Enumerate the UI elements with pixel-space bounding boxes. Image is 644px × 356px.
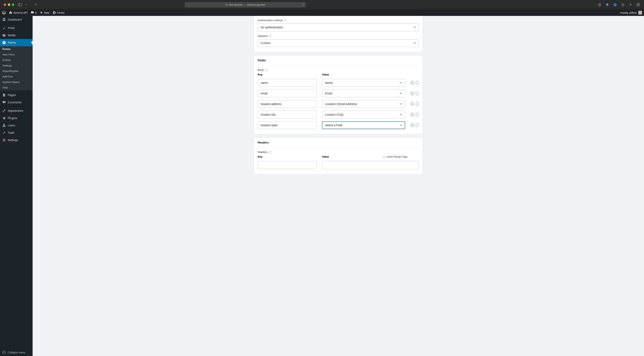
body-row: Name+− <box>258 79 419 87</box>
auth-method-select[interactable]: No authentication <box>258 24 419 31</box>
comment-count: 0 <box>35 11 37 14</box>
select-value: Custom <box>261 41 270 45</box>
url-text-host: send-to-api.test <box>247 3 265 6</box>
wp-logo-button[interactable] <box>2 9 6 16</box>
headers-body-label: Headers ? <box>258 150 419 154</box>
chevron-down-icon <box>414 42 416 44</box>
svg-rect-0 <box>18 4 22 6</box>
remove-row-button[interactable]: − <box>415 123 419 127</box>
minimize-window-button[interactable] <box>8 4 10 6</box>
value-column-header: Value <box>322 73 419 76</box>
body-key-input[interactable] <box>258 79 317 87</box>
submenu-item-new-form[interactable]: New Form <box>0 52 32 57</box>
sidebar-item-forms[interactable]: Forms <box>0 39 32 46</box>
url-bar[interactable]: Not Secure — send-to-api.test <box>185 2 306 8</box>
forms-adminbar-button[interactable]: Forms <box>52 9 64 16</box>
key-column-header: Key <box>258 73 317 76</box>
remove-row-button[interactable]: − <box>415 81 419 85</box>
submenu-item-import-export[interactable]: Import/Export <box>0 68 32 74</box>
submenu-item-settings[interactable]: Settings <box>0 63 32 68</box>
howdy-greeting[interactable]: Howdy, jeffrey <box>620 11 637 14</box>
sidebar-item-settings[interactable]: Settings <box>0 136 32 144</box>
remove-row-button[interactable]: − <box>415 92 419 95</box>
share-icon[interactable] <box>621 3 625 7</box>
submenu-item-forms[interactable]: Forms <box>0 46 32 52</box>
body-value-select[interactable]: Select a Field <box>322 121 405 129</box>
chevron-down-icon <box>400 103 402 105</box>
pin-icon <box>2 26 6 30</box>
header-key-input[interactable] <box>258 161 317 169</box>
header-value-select[interactable] <box>322 161 419 169</box>
body-value-select[interactable]: Location (Street Address) <box>322 100 405 108</box>
help-icon[interactable]: ? <box>284 19 287 22</box>
sidebar-item-users[interactable]: Users <box>0 122 32 129</box>
sidebar-item-media[interactable]: Media <box>0 32 32 39</box>
svg-point-8 <box>304 5 304 5</box>
comment-icon <box>2 100 6 104</box>
password-icon[interactable] <box>613 3 617 7</box>
wrench-icon <box>2 131 6 135</box>
body-value-select[interactable]: Name <box>322 79 405 87</box>
reader-icon[interactable] <box>302 3 305 6</box>
new-content-button[interactable]: New <box>40 9 49 16</box>
help-icon[interactable]: ? <box>269 35 272 38</box>
download-icon[interactable] <box>598 3 602 7</box>
remove-row-button[interactable]: − <box>415 102 419 106</box>
svg-rect-27 <box>3 42 5 42</box>
chevron-down-icon[interactable] <box>24 3 28 7</box>
headers-select[interactable]: Custom <box>258 39 419 47</box>
add-row-button[interactable]: + <box>410 123 414 127</box>
sidebar-item-label: Comments <box>8 101 22 104</box>
add-row-button[interactable]: + <box>410 113 414 116</box>
body-value-select[interactable]: Email <box>322 90 405 97</box>
shield-icon[interactable] <box>605 3 609 7</box>
body-row: Email+− <box>258 90 419 97</box>
submenu-item-entries[interactable]: Entries <box>0 57 32 63</box>
svg-point-29 <box>3 124 5 125</box>
close-window-button[interactable] <box>4 4 6 6</box>
header-row <box>258 161 419 169</box>
sidebar-item-comments[interactable]: Comments <box>0 99 32 106</box>
body-key-input[interactable] <box>258 111 317 119</box>
add-row-button[interactable]: + <box>410 81 414 85</box>
help-icon[interactable]: ? <box>265 69 268 71</box>
body-row: Location (City)+− <box>258 111 419 119</box>
fields-card-title: Fields <box>254 56 423 66</box>
headers-select-label: Headers ? <box>258 35 419 38</box>
submenu-item-system-status[interactable]: System Status <box>0 79 32 85</box>
sidebar-item-tools[interactable]: Tools <box>0 129 32 136</box>
new-tab-icon[interactable] <box>628 3 632 7</box>
svg-point-6 <box>302 5 302 5</box>
sidebar-toggle-icon[interactable] <box>18 3 22 7</box>
sidebar-item-plugins[interactable]: Plugins <box>0 114 32 122</box>
avatar[interactable] <box>638 11 642 15</box>
collapse-menu-button[interactable]: Collapse menu <box>0 349 32 356</box>
remove-row-button[interactable]: − <box>415 113 419 116</box>
body-key-input[interactable] <box>258 121 317 129</box>
maximize-window-button[interactable] <box>12 4 14 6</box>
comments-button[interactable]: 0 <box>31 9 37 16</box>
tabs-icon[interactable] <box>636 3 640 7</box>
svg-rect-28 <box>3 43 5 43</box>
add-row-button[interactable]: + <box>410 102 414 106</box>
site-name-button[interactable]: Send to API <box>9 9 28 16</box>
add-row-button[interactable]: + <box>410 92 414 95</box>
help-icon[interactable]: ? <box>269 151 272 154</box>
sidebar-item-label: Forms <box>8 41 16 44</box>
page-icon <box>2 93 6 97</box>
back-button-icon[interactable] <box>34 3 38 7</box>
submenu-item-help[interactable]: Help <box>0 85 32 90</box>
user-icon <box>2 123 6 127</box>
sidebar-item-posts[interactable]: Posts <box>0 24 32 32</box>
sidebar-item-label: Plugins <box>8 116 17 120</box>
body-key-input[interactable] <box>258 90 317 97</box>
submenu-item-add-ons[interactable]: Add-Ons <box>0 74 32 79</box>
svg-point-7 <box>303 5 303 5</box>
body-key-input[interactable] <box>258 100 317 108</box>
sidebar-item-pages[interactable]: Pages <box>0 91 32 99</box>
svg-rect-18 <box>637 4 639 6</box>
sidebar-item-dashboard[interactable]: Dashboard <box>0 16 32 23</box>
sidebar-item-appearance[interactable]: Appearance <box>0 107 32 114</box>
insert-merge-tags-button[interactable]: {•} Insert Merge Tags <box>383 155 408 158</box>
body-value-select[interactable]: Location (City) <box>322 111 405 119</box>
